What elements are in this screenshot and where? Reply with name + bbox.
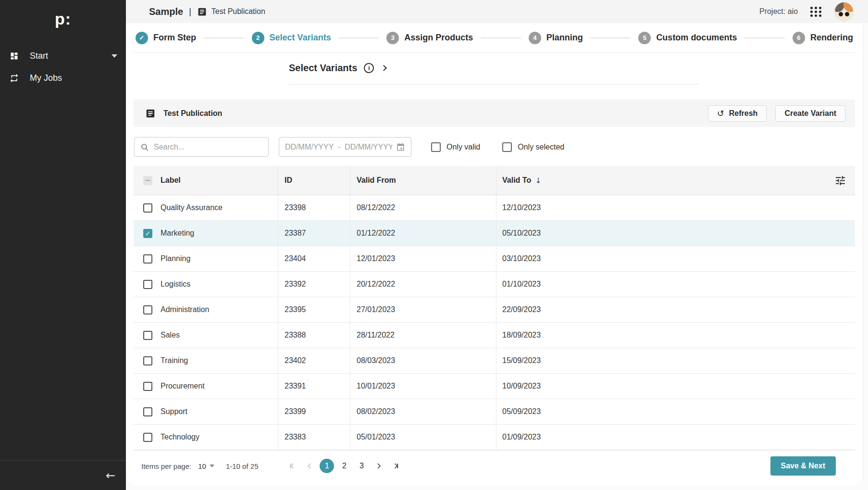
cell-valid-to: 15/09/2023	[502, 356, 541, 365]
calendar-icon	[396, 142, 405, 151]
table-row[interactable]: Administration 23395 27/01/2023 22/09/20…	[134, 297, 855, 323]
step-assign-products[interactable]: 3 Assign Products	[386, 32, 473, 44]
step-rendering[interactable]: 6 Rendering	[793, 32, 853, 44]
cell-id: 23383	[285, 433, 306, 441]
avatar[interactable]	[834, 2, 854, 21]
table-row[interactable]: Technology 23383 05/01/2023 01/09/2023	[134, 425, 855, 450]
apps-grid-icon[interactable]	[810, 7, 822, 17]
column-header-id[interactable]: ID	[285, 176, 292, 185]
step-select-variants[interactable]: 2 Select Variants	[252, 32, 331, 44]
table-row[interactable]: Planning 23404 12/01/2023 03/10/2023	[134, 246, 855, 272]
step-label: Select Variants	[270, 33, 331, 43]
tune-icon[interactable]	[834, 175, 846, 187]
table-row[interactable]: Training 23402 08/03/2023 15/09/2023	[134, 348, 855, 374]
step-form-step[interactable]: ✓ Form Step	[136, 32, 196, 44]
cell-id: 23402	[285, 356, 306, 365]
pagination: 1 2 3	[285, 459, 403, 473]
refresh-button[interactable]: ↺ Refresh	[708, 105, 767, 122]
step-custom-documents[interactable]: 5 Custom documents	[638, 32, 737, 44]
items-per-page-select[interactable]: 10	[198, 462, 214, 470]
cell-label: Procurement	[161, 382, 205, 390]
step-planning[interactable]: 4 Planning	[529, 32, 583, 44]
cell-valid-to: 10/09/2023	[502, 382, 541, 390]
cell-valid-to: 01/10/2023	[502, 280, 541, 289]
cell-valid-from: 08/12/2022	[357, 203, 395, 212]
collapse-sidebar-button[interactable]: ←	[106, 469, 115, 482]
cell-valid-to: 12/10/2023	[502, 203, 541, 212]
sidebar-item-label: Start	[30, 51, 48, 61]
table-row[interactable]: Support 23399 08/02/2023 05/09/2023	[134, 399, 855, 425]
cell-label: Planning	[161, 254, 190, 263]
row-checkbox[interactable]	[143, 280, 152, 289]
last-page-icon[interactable]	[389, 459, 403, 473]
row-checkbox[interactable]	[143, 254, 152, 264]
sidebar-item-label: My Jobs	[30, 73, 62, 83]
only-selected-label: Only selected	[518, 143, 564, 151]
cell-valid-from: 05/01/2023	[357, 433, 395, 441]
sort-desc-icon[interactable]: ↓	[535, 176, 541, 185]
row-checkbox[interactable]	[143, 305, 152, 314]
items-per-page-label: Items per page:	[141, 462, 191, 470]
only-selected-filter[interactable]: Only selected	[502, 142, 564, 152]
cell-label: Training	[161, 356, 188, 365]
prev-page-icon[interactable]	[302, 459, 317, 473]
create-variant-button[interactable]: Create Variant	[775, 105, 845, 122]
dashboard-icon	[9, 50, 19, 61]
page-button-1[interactable]: 1	[320, 459, 334, 473]
search-input[interactable]	[154, 143, 262, 151]
repeat-icon	[9, 73, 19, 83]
project-label: Project: aio	[759, 7, 798, 16]
cell-id: 23398	[285, 203, 306, 212]
next-page-icon[interactable]	[372, 459, 386, 473]
row-checkbox[interactable]	[143, 203, 152, 213]
only-valid-checkbox[interactable]	[431, 142, 441, 152]
step-number: 4	[529, 32, 541, 44]
table-row[interactable]: Quality Assurance 23398 08/12/2022 12/10…	[134, 195, 855, 221]
row-checkbox[interactable]	[143, 382, 152, 391]
top-bar-right: Project: aio	[759, 2, 854, 21]
cell-valid-from: 27/01/2023	[357, 305, 395, 314]
row-checkbox[interactable]	[143, 407, 152, 416]
cell-valid-to: 22/09/2023	[502, 305, 541, 314]
step-number: 6	[793, 32, 805, 44]
row-checkbox[interactable]	[143, 433, 152, 442]
cell-label: Support	[161, 407, 187, 416]
top-bar: Sample | Test Publication Project: aio	[126, 0, 868, 23]
table-row[interactable]: Procurement 23391 10/01/2023 10/09/2023	[134, 374, 855, 399]
cell-valid-from: 08/03/2023	[357, 356, 395, 365]
info-icon[interactable]: i	[364, 63, 374, 73]
page-button-3[interactable]: 3	[354, 459, 369, 473]
select-all-checkbox[interactable]	[143, 176, 152, 185]
table-row[interactable]: Logistics 23392 20/12/2022 01/10/2023	[134, 272, 855, 297]
column-header-valid-from[interactable]: Valid From	[357, 176, 396, 185]
sidebar-item-my-jobs[interactable]: My Jobs	[0, 67, 126, 89]
table-row[interactable]: ✓ Marketing 23387 01/12/2022 05/10/2023	[134, 221, 855, 246]
first-page-icon[interactable]	[285, 459, 299, 473]
step-label: Custom documents	[656, 33, 737, 43]
main-area: Sample | Test Publication Project: aio	[126, 0, 868, 490]
column-header-valid-to[interactable]: Valid To	[502, 176, 531, 185]
app-root: p: Start My Jobs ← Sample |	[0, 0, 868, 490]
breadcrumb-separator: |	[189, 7, 191, 17]
cell-valid-from: 01/12/2022	[357, 229, 395, 238]
page-button-2[interactable]: 2	[337, 459, 351, 473]
column-header-label[interactable]: Label	[161, 176, 181, 185]
sidebar-item-start[interactable]: Start	[0, 45, 126, 67]
only-valid-filter[interactable]: Only valid	[431, 142, 480, 152]
cell-label: Administration	[161, 305, 209, 314]
cell-id: 23399	[285, 407, 306, 416]
only-selected-checkbox[interactable]	[502, 142, 512, 152]
row-checkbox[interactable]	[143, 356, 152, 365]
date-range-input[interactable]	[285, 143, 392, 151]
content-card: ✓ Form Step 2 Select Variants 3 Assign P…	[126, 23, 863, 485]
cell-valid-to: 18/09/2023	[502, 331, 541, 339]
step-label: Form Step	[153, 33, 196, 43]
step-label: Rendering	[810, 33, 853, 43]
chevron-right-icon[interactable]	[381, 65, 387, 71]
table-row[interactable]: Sales 23388 28/11/2022 18/09/2023	[134, 323, 855, 348]
row-checkbox[interactable]	[143, 331, 152, 340]
cell-valid-to: 05/09/2023	[502, 407, 541, 416]
row-checkbox[interactable]: ✓	[143, 229, 152, 238]
section-divider	[289, 84, 699, 85]
save-next-button[interactable]: Save & Next	[770, 456, 836, 476]
